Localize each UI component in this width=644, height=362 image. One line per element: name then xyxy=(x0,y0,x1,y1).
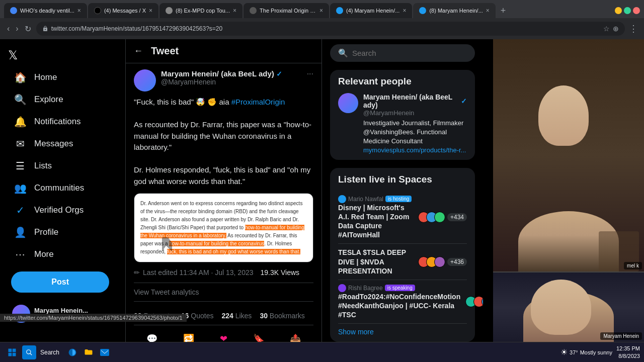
webcam-face-top xyxy=(538,85,589,146)
relevant-person-avatar xyxy=(338,93,358,113)
url-bar[interactable]: twitter.com/MaryamHenein/status/16795147… xyxy=(36,22,625,36)
space-2-count: +436 xyxy=(447,258,467,266)
space-item-3[interactable]: Rishi Bagree is speaking #RoadTo2024:#No… xyxy=(338,280,467,324)
reply-action-button[interactable]: 💬 xyxy=(143,330,160,342)
bookmark-action-button[interactable]: 🔖 xyxy=(250,330,267,342)
start-button[interactable] xyxy=(4,344,20,360)
search-taskbar-button[interactable] xyxy=(22,345,36,359)
tab-5-label: (4) Maryam Henein/... xyxy=(346,8,399,14)
tab-5-close[interactable]: × xyxy=(403,7,406,14)
tweet-author: Maryam Henein/ (aka BeeL ady) ✓ @MaryamH… xyxy=(134,69,313,92)
search-bar[interactable]: 🔍 xyxy=(330,44,475,62)
relevant-person-info: Maryam Henein/ (aka BeeL ady) ✓ @MaryamH… xyxy=(363,93,467,154)
maximize-button[interactable] xyxy=(624,7,631,14)
messages-icon: ✉ xyxy=(14,138,26,150)
sidebar-item-communities[interactable]: 👥 Communities xyxy=(8,177,117,199)
tab-2-favicon xyxy=(94,7,101,14)
post-button[interactable]: Post xyxy=(11,272,109,293)
tab-2-label: (4) Messages / X xyxy=(104,8,146,14)
sidebar-item-home[interactable]: 🏠 Home xyxy=(8,66,117,88)
space-item-1[interactable]: Mario Nawfal is hosting Disney | Microso… xyxy=(338,191,467,244)
show-more-spaces[interactable]: Show more xyxy=(338,328,467,336)
retweet-action-button[interactable]: 🔁 xyxy=(180,330,197,342)
forward-button[interactable]: › xyxy=(15,23,19,34)
tweet-views-count: 19.3K Views xyxy=(261,268,300,277)
sidebar-lists-label: Lists xyxy=(34,161,52,171)
tab-6-close[interactable]: × xyxy=(486,7,490,14)
sidebar-item-explore[interactable]: 🔍 Explore xyxy=(8,88,117,111)
new-tab-button[interactable]: + xyxy=(497,6,510,16)
twitter-logo[interactable]: 𝕏 xyxy=(8,44,117,66)
hashtag-proximalorigin[interactable]: #ProximalOrigin xyxy=(231,98,285,106)
like-action-button[interactable]: ❤ xyxy=(217,330,230,342)
sidebar-item-profile[interactable]: 👤 Profile xyxy=(8,221,117,243)
tab-5[interactable]: (4) Maryam Henein/... × xyxy=(330,3,412,18)
webcam-bottom-label: Maryam Henein xyxy=(600,332,642,340)
tab-1[interactable]: WHO's deadly ventil... × xyxy=(4,3,87,18)
search-taskbar-label[interactable]: Search xyxy=(40,349,59,356)
taskbar-file-explorer-icon[interactable] xyxy=(82,345,96,359)
webcam-overlay: mel k Maryam Henein xyxy=(493,39,644,342)
sidebar-more-label: More xyxy=(34,249,54,259)
mail-envelope-icon xyxy=(101,350,108,355)
webcam-bottom: Maryam Henein xyxy=(493,272,644,342)
bookmark-star-icon[interactable]: ☆ xyxy=(603,25,610,33)
menu-icon[interactable]: ⋮ xyxy=(629,23,638,34)
relevant-people-title: Relevant people xyxy=(338,76,467,87)
relevant-person-link[interactable]: mymoviesplus.com/products/the-r... xyxy=(363,146,467,154)
tab-1-label: WHO's deadly ventil... xyxy=(20,8,74,14)
taskbar-mail-icon[interactable] xyxy=(98,345,112,359)
extensions-icon[interactable]: ⊕ xyxy=(613,25,619,33)
tweet-edited-time: Last edited 11:34 AM · Jul 13, 2023 xyxy=(143,268,254,277)
back-button[interactable]: ← xyxy=(134,46,143,56)
search-input[interactable] xyxy=(352,49,448,57)
sidebar-item-notifications[interactable]: 🔔 Notifications xyxy=(8,111,117,133)
weather-icon: ☀ xyxy=(560,347,568,357)
minimize-button[interactable] xyxy=(615,7,622,14)
tab-4[interactable]: The Proximal Origin C... × xyxy=(244,3,329,18)
space-1-host-name: Mario Nawfal xyxy=(348,196,383,203)
tab-6[interactable]: (8) Maryam Henein/... × xyxy=(413,3,495,18)
likes-stat[interactable]: 224 Likes xyxy=(221,312,252,320)
tweet-analytics-link[interactable]: View Tweet analytics xyxy=(134,283,313,302)
speaking-badge: is speaking xyxy=(385,285,415,291)
tab-3-favicon xyxy=(166,7,173,14)
tweet-meta: ✏ Last edited 11:34 AM · Jul 13, 2023 19… xyxy=(134,268,313,277)
edit-icon: ✏ xyxy=(134,268,140,277)
space-3-title: #RoadTo2024:#NoConfidenceMotion #NeedKan… xyxy=(338,292,460,320)
likes-label: Likes xyxy=(235,312,252,320)
tweet-more-button[interactable]: ··· xyxy=(307,69,313,78)
sidebar-explore-label: Explore xyxy=(34,95,63,105)
close-button[interactable] xyxy=(633,7,640,14)
taskbar-right: ☀ 37° Mostly sunny 12:35 PM 8/8/2023 xyxy=(560,345,640,359)
explore-icon: 🔍 xyxy=(14,94,26,106)
tab-3-label: (8) Ex-MPD cop Tou... xyxy=(176,8,230,14)
edge-icon xyxy=(68,348,77,357)
tweet-image-card[interactable]: Dr. Anderson went on to express concerns… xyxy=(134,193,313,262)
back-button[interactable]: ‹ xyxy=(6,23,11,34)
tab-3-close[interactable]: × xyxy=(233,7,236,14)
tab-1-close[interactable]: × xyxy=(77,7,81,14)
space-item-2[interactable]: TESLA $TSLA DEEP DIVE | $NVDA PRESENTATI… xyxy=(338,244,467,280)
sidebar-item-verified[interactable]: ✓ Verified Orgs xyxy=(8,199,117,221)
relevant-person-bio: Investigative Journalist, Filmmaker @Van… xyxy=(363,119,467,146)
sidebar-item-lists[interactable]: ☰ Lists xyxy=(8,155,117,177)
relevant-person-name[interactable]: Maryam Henein/ (aka BeeL ady) ✓ xyxy=(363,93,467,109)
space-2-info: TESLA $TSLA DEEP DIVE | $NVDA PRESENTATI… xyxy=(338,248,413,276)
relevant-person-handle: @MaryamHenein xyxy=(363,109,467,117)
sidebar-item-more[interactable]: ⋯ More xyxy=(8,243,117,265)
sidebar-item-messages[interactable]: ✉ Messages xyxy=(8,133,117,155)
reload-button[interactable]: ↻ xyxy=(24,23,32,35)
tab-4-close[interactable]: × xyxy=(319,7,323,14)
tab-2[interactable]: (4) Messages / X × xyxy=(88,3,158,18)
space-1-count: +434 xyxy=(447,213,467,221)
space-3-host: Rishi Bagree is speaking xyxy=(338,284,460,292)
tab-2-close[interactable]: × xyxy=(149,7,152,14)
share-action-button[interactable]: 📤 xyxy=(287,330,304,342)
tab-3[interactable]: (8) Ex-MPD cop Tou... × xyxy=(159,3,243,18)
taskbar-edge-icon[interactable] xyxy=(65,345,79,359)
svg-rect-3 xyxy=(13,352,16,356)
tweet-author-name[interactable]: Maryam Henein/ (aka BeeL ady) ✓ xyxy=(161,69,302,78)
communities-icon: 👥 xyxy=(14,182,26,194)
bookmarks-stat[interactable]: 30 Bookmarks xyxy=(260,312,305,320)
